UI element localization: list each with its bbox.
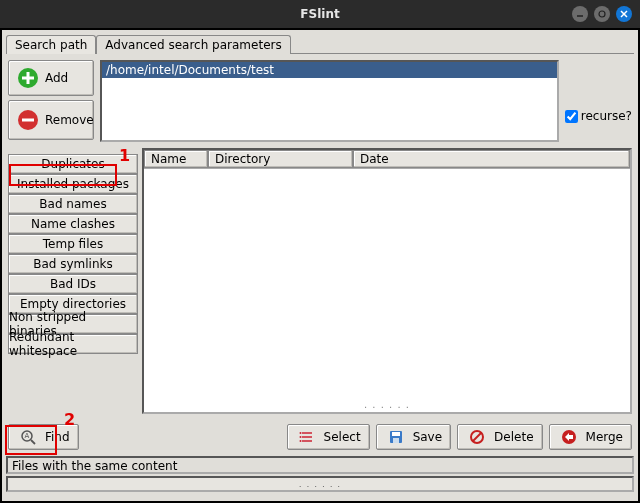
remove-label: Remove <box>45 113 94 127</box>
recurse-option: recurse? <box>565 60 632 142</box>
merge-label: Merge <box>586 430 623 444</box>
tab-search-path[interactable]: Search path <box>6 35 96 54</box>
category-installed-packages[interactable]: Installed packages <box>8 174 138 194</box>
category-temp-files[interactable]: Temp files <box>8 234 138 254</box>
title-bar: FSlint <box>0 0 640 28</box>
svg-point-17 <box>299 440 301 442</box>
svg-rect-6 <box>22 77 34 80</box>
select-label: Select <box>324 430 361 444</box>
drag-handle-icon[interactable]: . . . . . . <box>364 399 410 410</box>
close-button[interactable] <box>616 6 632 22</box>
find-icon: A <box>17 426 39 448</box>
results-header: Name Directory Date <box>144 150 630 169</box>
svg-line-10 <box>31 440 35 444</box>
prohibit-icon <box>466 426 488 448</box>
svg-point-15 <box>299 432 301 434</box>
svg-rect-20 <box>393 438 399 443</box>
svg-rect-19 <box>392 432 400 436</box>
action-bar: A Find Select Save Delete <box>2 418 638 456</box>
find-label: Find <box>45 430 70 444</box>
category-name-clashes[interactable]: Name clashes <box>8 214 138 234</box>
path-buttons: Add Remove <box>8 60 94 142</box>
column-directory[interactable]: Directory <box>208 150 353 168</box>
svg-line-22 <box>473 433 481 441</box>
save-button[interactable]: Save <box>376 424 451 450</box>
list-icon <box>296 426 318 448</box>
category-bad-names[interactable]: Bad names <box>8 194 138 214</box>
category-duplicates[interactable]: Duplicates <box>8 154 138 174</box>
merge-button[interactable]: Merge <box>549 424 632 450</box>
results-pane[interactable]: Name Directory Date . . . . . . <box>142 148 632 414</box>
column-date[interactable]: Date <box>353 150 630 168</box>
remove-button[interactable]: Remove <box>8 100 94 140</box>
merge-icon <box>558 426 580 448</box>
window-buttons <box>572 6 640 22</box>
column-name[interactable]: Name <box>144 150 208 168</box>
svg-point-1 <box>599 11 605 17</box>
maximize-button[interactable] <box>594 6 610 22</box>
progress-handle-icon: . . . . . . <box>299 479 341 489</box>
svg-text:A: A <box>25 432 30 440</box>
search-tabs: Search path Advanced search parameters <box>2 30 638 53</box>
select-button[interactable]: Select <box>287 424 370 450</box>
plus-icon <box>17 67 39 89</box>
path-list[interactable]: /home/intel/Documents/test <box>100 60 559 142</box>
tab-advanced[interactable]: Advanced search parameters <box>96 35 290 54</box>
path-item[interactable]: /home/intel/Documents/test <box>102 62 557 78</box>
category-list: Duplicates Installed packages Bad names … <box>8 148 138 414</box>
status-bar: Files with the same content <box>6 456 634 474</box>
close-icon <box>619 9 629 19</box>
category-redundant-whitespace[interactable]: Redundant whitespace <box>8 334 138 354</box>
recurse-label: recurse? <box>581 109 632 123</box>
delete-label: Delete <box>494 430 533 444</box>
minimize-icon <box>575 9 585 19</box>
save-icon <box>385 426 407 448</box>
status-text: Files with the same content <box>12 459 177 473</box>
add-label: Add <box>45 71 68 85</box>
minimize-button[interactable] <box>572 6 588 22</box>
delete-button[interactable]: Delete <box>457 424 542 450</box>
progress-bar: . . . . . . <box>6 476 634 492</box>
path-section: Add Remove /home/intel/Documents/test re… <box>2 54 638 148</box>
add-button[interactable]: Add <box>8 60 94 96</box>
app-frame: Search path Advanced search parameters A… <box>0 28 640 503</box>
find-button[interactable]: A Find <box>8 424 79 450</box>
category-bad-symlinks[interactable]: Bad symlinks <box>8 254 138 274</box>
svg-rect-8 <box>22 119 34 122</box>
window-title: FSlint <box>300 7 339 21</box>
maximize-icon <box>597 9 607 19</box>
svg-point-16 <box>299 436 301 438</box>
recurse-checkbox[interactable] <box>565 110 578 123</box>
minus-icon <box>17 109 39 131</box>
category-bad-ids[interactable]: Bad IDs <box>8 274 138 294</box>
main-section: Duplicates Installed packages Bad names … <box>2 148 638 418</box>
save-label: Save <box>413 430 442 444</box>
